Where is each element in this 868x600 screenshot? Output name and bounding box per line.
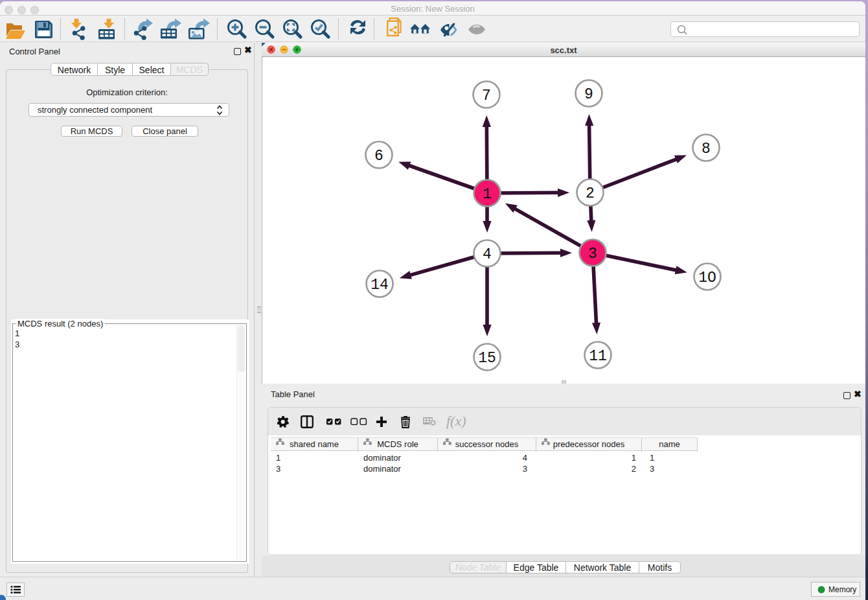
- svg-text:9: 9: [584, 86, 593, 103]
- svg-text:1: 1: [483, 186, 492, 203]
- svg-text:4: 4: [483, 246, 492, 263]
- svg-text:1O: 1O: [698, 270, 716, 286]
- svg-text:7: 7: [482, 87, 491, 104]
- svg-text:6: 6: [374, 148, 383, 165]
- svg-text:15: 15: [478, 350, 496, 367]
- svg-text:11: 11: [589, 348, 607, 365]
- svg-text:8: 8: [702, 141, 711, 157]
- svg-text:2: 2: [586, 185, 595, 202]
- svg-text:3: 3: [588, 246, 597, 262]
- svg-text:14: 14: [371, 277, 389, 294]
